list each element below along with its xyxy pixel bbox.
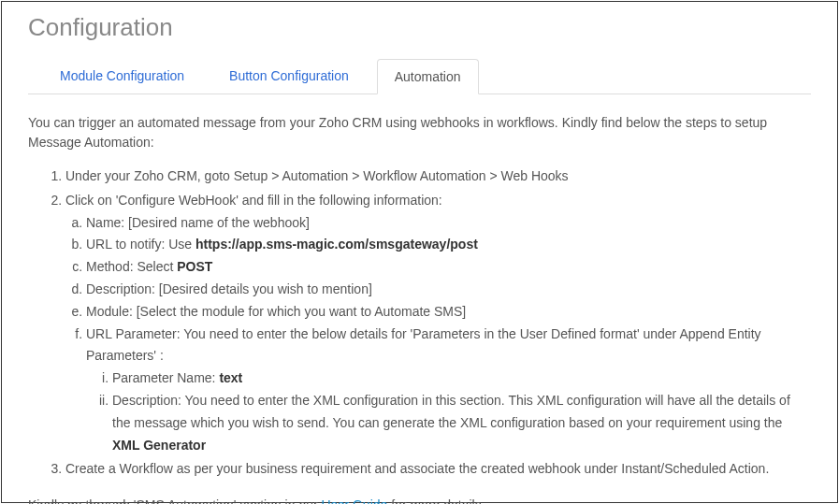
sub-c: Method: Select POST bbox=[86, 256, 811, 279]
step-2: Click on 'Configure WebHook' and fill in… bbox=[65, 190, 811, 457]
inner-i: Parameter Name: text bbox=[112, 367, 811, 390]
tabs: Module Configuration Button Configuratio… bbox=[28, 59, 811, 94]
footer-text: Kindly go through 'SMS Automation' secti… bbox=[28, 496, 811, 504]
sub-f-inner: Parameter Name: text Description: You ne… bbox=[86, 367, 811, 456]
inner-i-pre: Parameter Name: bbox=[112, 370, 219, 385]
tab-button-configuration[interactable]: Button Configuration bbox=[212, 59, 366, 94]
inner-ii-pre: Description: You need to enter the XML c… bbox=[112, 393, 790, 430]
sub-f: URL Parameter: You need to enter the bel… bbox=[86, 324, 811, 457]
steps-list: Under your Zoho CRM, goto Setup > Automa… bbox=[28, 166, 811, 481]
inner-ii: Description: You need to enter the XML c… bbox=[112, 390, 811, 456]
page-title: Configuration bbox=[28, 13, 811, 42]
sub-c-method: POST bbox=[177, 259, 212, 274]
sub-a: Name: [Desired name of the webhook] bbox=[86, 212, 811, 235]
footer-pre: Kindly go through 'SMS Automation' secti… bbox=[28, 497, 322, 504]
step-1: Under your Zoho CRM, goto Setup > Automa… bbox=[65, 166, 811, 188]
tab-automation[interactable]: Automation bbox=[377, 59, 479, 94]
sub-b-pre: URL to notify: Use bbox=[86, 237, 195, 252]
footer-post: for more details. bbox=[387, 497, 485, 504]
user-guide-link[interactable]: User Guide bbox=[322, 497, 388, 504]
sub-b-url: https://app.sms-magic.com/smsgateway/pos… bbox=[195, 237, 478, 252]
sub-c-pre: Method: Select bbox=[86, 259, 177, 274]
config-panel: Configuration Module Configuration Butto… bbox=[1, 1, 838, 503]
step-2-sublist: Name: [Desired name of the webhook] URL … bbox=[65, 212, 811, 457]
intro-text: You can trigger an automated message fro… bbox=[28, 113, 811, 152]
sub-f-text: URL Parameter: You need to enter the bel… bbox=[86, 326, 761, 364]
inner-i-param: text bbox=[219, 370, 242, 385]
step-2-text: Click on 'Configure WebHook' and fill in… bbox=[65, 193, 442, 208]
sub-b: URL to notify: Use https://app.sms-magic… bbox=[86, 234, 811, 256]
sub-e: Module: [Select the module for which you… bbox=[86, 301, 811, 324]
inner-ii-xml: XML Generator bbox=[112, 438, 206, 453]
tab-module-configuration[interactable]: Module Configuration bbox=[43, 59, 201, 94]
sub-d: Description: [Desired details you wish t… bbox=[86, 279, 811, 301]
step-3: Create a Workflow as per your business r… bbox=[65, 458, 811, 481]
